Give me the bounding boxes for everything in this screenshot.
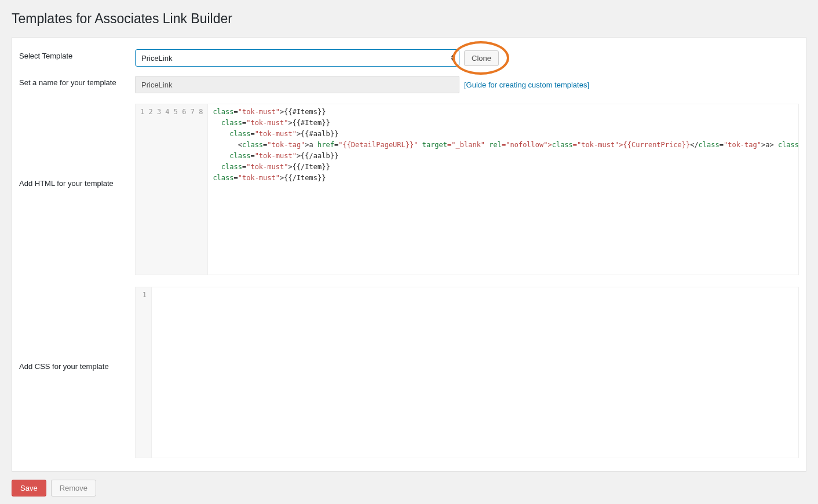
template-panel: Select Template PriceLink ▲▼ Clone Set a… [12,37,806,472]
template-name-input[interactable] [135,76,459,93]
remove-button[interactable]: Remove [51,480,96,496]
clone-button[interactable]: Clone [464,50,499,66]
html-editor-code[interactable]: class="tok-must">{{#Items}} class="tok-m… [208,104,798,275]
css-editor[interactable]: 1 [135,287,799,458]
guide-link[interactable]: [Guide for creating custom templates] [464,81,589,89]
html-editor-label: Add HTML for your template [19,104,135,275]
page-title: Templates for Associates Link Builder [12,6,806,37]
save-button[interactable]: Save [12,480,46,496]
css-editor-label: Add CSS for your template [19,287,135,458]
template-name-label: Set a name for your template [19,76,135,87]
template-select[interactable]: PriceLink [135,49,459,67]
select-template-label: Select Template [19,49,135,60]
css-editor-code[interactable] [152,287,798,458]
css-editor-gutter: 1 [136,287,152,458]
html-editor[interactable]: 1 2 3 4 5 6 7 8 class="tok-must">{{#Item… [135,104,799,275]
html-editor-gutter: 1 2 3 4 5 6 7 8 [136,104,208,275]
